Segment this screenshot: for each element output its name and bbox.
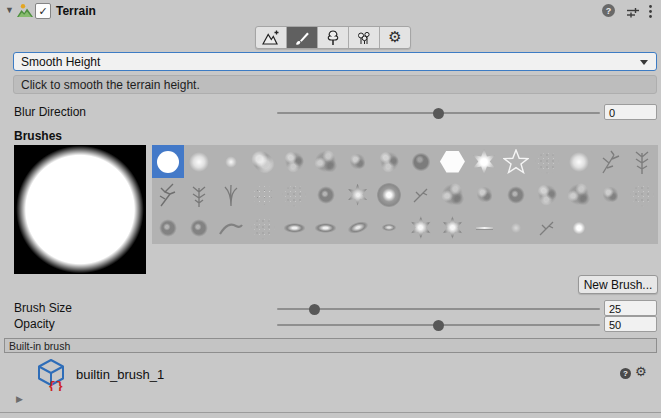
asset-help-icon[interactable]: ? [620, 368, 631, 379]
brush-thumb-burst-dark [441, 216, 464, 239]
component-title: Terrain [56, 4, 96, 18]
brush-cell-13[interactable] [563, 145, 595, 178]
brush-thumb-circle-dot [219, 150, 243, 174]
brush-cell-29[interactable] [563, 178, 595, 211]
brush-cell-23[interactable] [373, 178, 405, 211]
brush-cell-37[interactable] [310, 211, 342, 244]
toolbar-paint-terrain[interactable] [287, 27, 318, 48]
new-brush-button[interactable]: New Brush... [578, 275, 658, 294]
brush-thumb-dot-soft [571, 220, 587, 236]
opacity-thumb[interactable] [433, 320, 444, 331]
brush-cell-41[interactable] [437, 211, 469, 244]
toolbar-paint-details[interactable] [349, 27, 380, 48]
brush-cell-40[interactable] [405, 211, 437, 244]
brush-cell-22[interactable] [342, 178, 374, 211]
brush-thumb-wide-dark [281, 222, 308, 234]
brush-cell-26[interactable] [468, 178, 500, 211]
brush-thumb-noise-b [439, 181, 466, 208]
brush-asset-name: builtin_brush_1 [76, 367, 164, 382]
brush-cell-3[interactable] [247, 145, 279, 178]
toolbar-terrain-settings[interactable]: ⚙ [380, 27, 410, 48]
opacity-label: Opacity [14, 317, 55, 331]
brush-cell-36[interactable] [279, 211, 311, 244]
brush-thumb-swoosh [218, 219, 244, 237]
brushes-section-label: Brushes [14, 129, 62, 143]
brush-cell-33[interactable] [184, 211, 216, 244]
brush-cell-32[interactable] [152, 211, 184, 244]
brush-cell-12[interactable] [532, 145, 564, 178]
help-icon[interactable]: ? [602, 4, 615, 17]
brush-cell-25[interactable] [437, 178, 469, 211]
brush-cell-20[interactable] [279, 178, 311, 211]
brush-cell-9[interactable] [437, 145, 469, 178]
brush-size-slider[interactable] [277, 308, 600, 310]
brush-cell-38[interactable] [342, 211, 374, 244]
brush-cell-43[interactable] [500, 211, 532, 244]
opacity-slider[interactable] [277, 324, 600, 326]
component-foldout-arrow[interactable]: ▼ [5, 5, 14, 15]
bottom-strip [0, 413, 661, 418]
brush-cell-18[interactable] [215, 178, 247, 211]
brush-size-thumb[interactable] [309, 304, 320, 315]
brush-cell-4[interactable] [279, 145, 311, 178]
terrain-component-icon [17, 3, 33, 22]
brush-thumb-noise-c [600, 184, 621, 205]
brush-cell-5[interactable] [310, 145, 342, 178]
blur-direction-field[interactable]: 0 [604, 104, 657, 120]
kebab-menu-icon[interactable] [648, 4, 653, 23]
brush-cell-2[interactable] [215, 145, 247, 178]
chevron-down-icon [640, 60, 648, 65]
brush-thumb-hexagon [440, 151, 465, 173]
brush-cell-7[interactable] [373, 145, 405, 178]
brush-thumb-noise-square [252, 184, 274, 206]
blur-direction-slider[interactable] [277, 112, 600, 114]
brush-cell-15[interactable] [626, 145, 658, 178]
brush-cell-1[interactable] [184, 145, 216, 178]
brush-cell-39[interactable] [373, 211, 405, 244]
brush-cell-10[interactable] [468, 145, 500, 178]
asset-gear-icon[interactable]: ⚙ [635, 365, 647, 379]
brush-cell-6[interactable] [342, 145, 374, 178]
brush-cell-45[interactable] [563, 211, 595, 244]
brush-cell-24[interactable] [405, 178, 437, 211]
brush-thumb-noise-faint [535, 150, 559, 174]
brush-cell-21[interactable] [310, 178, 342, 211]
brush-thumb-noise-c [347, 151, 368, 172]
brush-cell-16[interactable] [152, 178, 184, 211]
toolbar-paint-trees[interactable] [318, 27, 349, 48]
brush-thumb-dash [476, 227, 493, 229]
component-enabled-checkbox[interactable]: ✓ [35, 3, 51, 19]
brush-cell-8[interactable] [405, 145, 437, 178]
presets-icon[interactable] [626, 5, 640, 23]
details-flowers-icon [356, 30, 372, 46]
brush-thumb-twig [537, 218, 557, 238]
brush-cell-28[interactable] [532, 178, 564, 211]
brush-preview [14, 145, 146, 274]
brush-thumb-noise-faint [630, 183, 654, 207]
brush-cell-11[interactable] [500, 145, 532, 178]
brush-thumb-noise-a [377, 149, 402, 174]
brush-cell-31[interactable] [626, 178, 658, 211]
brush-thumb-noise-a [535, 182, 560, 207]
brush-size-field[interactable]: 25 [604, 300, 657, 316]
asset-help-glyph: ? [623, 369, 628, 378]
brush-thumb-blob-dark [315, 184, 337, 206]
brush-cell-30[interactable] [595, 178, 627, 211]
toolbar-create-neighbor-terrains[interactable] [256, 27, 287, 48]
brush-cell-44[interactable] [532, 211, 564, 244]
asset-foldout-arrow[interactable]: ▶ [16, 394, 23, 404]
paint-mode-dropdown[interactable]: Smooth Height [13, 52, 657, 71]
brush-cell-35[interactable] [247, 211, 279, 244]
blur-direction-thumb[interactable] [433, 108, 444, 119]
opacity-field[interactable]: 50 [604, 316, 657, 332]
brush-cell-42[interactable] [468, 211, 500, 244]
brush-cell-34[interactable] [215, 211, 247, 244]
brush-thumb-wide-dark [312, 222, 339, 234]
brush-cell-46[interactable] [595, 211, 627, 244]
brush-cell-27[interactable] [500, 178, 532, 211]
brush-cell-19[interactable] [247, 178, 279, 211]
brush-cell-0[interactable] [152, 145, 184, 178]
brush-cell-14[interactable] [595, 145, 627, 178]
brush-cell-17[interactable] [184, 178, 216, 211]
brush-cell-47[interactable] [626, 211, 658, 244]
